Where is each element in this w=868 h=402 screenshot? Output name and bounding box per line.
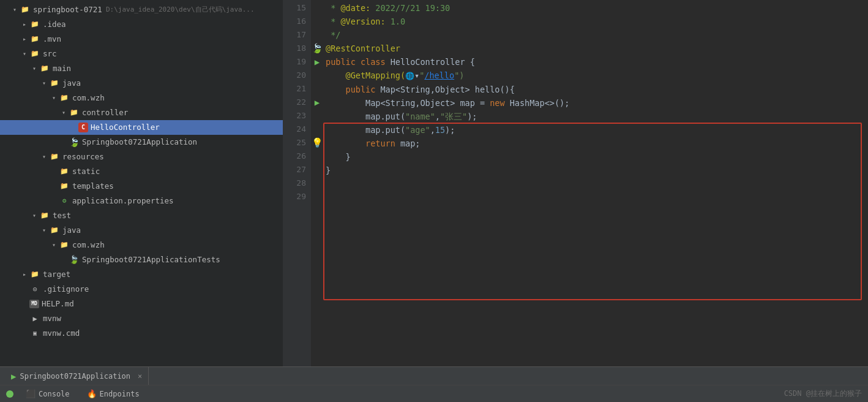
code-line-16: * @Version: 1.0 — [326, 15, 868, 28]
folder-icon: 📁 — [29, 34, 40, 45]
gutter-26 — [311, 150, 323, 163]
gutter-18: 🍃 — [311, 42, 323, 55]
run-tab[interactable]: ▶ Springboot0721Application × — [5, 367, 149, 385]
code-line-21: @GetMapping(🌐▾"/hello") — [326, 69, 868, 83]
sidebar-item-label: templates — [72, 180, 114, 192]
sidebar-item-help-md[interactable]: MD HELP.md — [0, 297, 283, 311]
folder-icon: 📁 — [59, 181, 70, 192]
gutter-19: ▶ — [311, 55, 323, 69]
sidebar-item-java-test[interactable]: 📁 java — [0, 223, 283, 238]
sidebar-item-application-properties[interactable]: ⚙ application.properties — [0, 194, 283, 208]
status-left: ⬛ Console 🔥 Endpoints — [6, 388, 144, 400]
sidebar-item-test[interactable]: 📁 test — [0, 208, 283, 223]
sidebar-item-resources[interactable]: 📁 resources — [0, 150, 283, 164]
sidebar-item-label: test — [53, 210, 71, 222]
test-source-root-icon: 📁 — [49, 225, 60, 236]
sidebar-item-label: mvnw — [43, 313, 61, 325]
arrow-icon — [29, 64, 39, 74]
cmd-icon: ▣ — [29, 328, 40, 339]
sidebar-item-main[interactable]: 📁 main — [0, 61, 283, 76]
sidebar-item-label: target — [43, 268, 70, 281]
sidebar-item-src[interactable]: 📁 src — [0, 47, 283, 61]
code-line-26: return map; — [326, 137, 868, 150]
sidebar-item-java-main[interactable]: 📁 java — [0, 76, 283, 91]
sidebar-item-springboot-0721[interactable]: 📁 springboot-0721 D:\java_idea_2020\dev\… — [0, 2, 283, 17]
sidebar-item-label: .gitignore — [43, 283, 89, 295]
springboot-test-icon: 🍃 — [69, 254, 80, 265]
springboot-icon: 🍃 — [69, 137, 80, 148]
run-tab-close[interactable]: × — [138, 372, 142, 381]
sidebar-item-com-wzh[interactable]: 📁 com.wzh — [0, 91, 283, 105]
sidebar-item-mvn[interactable]: 📁 .mvn — [0, 32, 283, 47]
md-icon: MD — [29, 300, 39, 308]
gutter-20 — [311, 69, 323, 82]
code-line-18: @RestController — [326, 42, 868, 55]
sidebar-item-springboot-tests[interactable]: 🍃 Springboot0721ApplicationTests — [0, 252, 283, 267]
gutter-27 — [311, 163, 323, 176]
code-content: * @date: 2022/7/21 19:30 * @Version: 1.0… — [323, 0, 868, 366]
sidebar-item-label: resources — [62, 151, 104, 163]
gutter-16 — [311, 15, 323, 28]
folder-icon: 📁 — [29, 19, 40, 30]
sidebar-item-templates[interactable]: 📁 templates — [0, 179, 283, 194]
gutter-23 — [311, 109, 323, 123]
resources-root-icon: 📁 — [49, 151, 60, 162]
arrow-icon — [39, 152, 49, 162]
sidebar-item-gitignore[interactable]: ⊙ .gitignore — [0, 282, 283, 297]
leaf-spacer — [69, 123, 78, 132]
sidebar-item-label: java — [62, 224, 81, 237]
console-label: Console — [39, 390, 70, 398]
arrow-icon — [20, 270, 29, 279]
console-tab[interactable]: ⬛ Console — [21, 388, 75, 400]
gutter-22: ▶ — [311, 96, 323, 109]
sidebar-item-label: application.properties — [72, 195, 174, 207]
sidebar-item-hello-controller[interactable]: C HelloController — [0, 120, 283, 135]
arrow-icon — [29, 211, 39, 221]
sidebar-item-target[interactable]: 📁 target — [0, 267, 283, 282]
sidebar-item-label: main — [53, 63, 71, 75]
leaf-spacer — [59, 255, 69, 265]
folder-icon: 📁 — [29, 48, 40, 59]
sidebar-item-label: Springboot0721Application — [82, 136, 197, 148]
endpoints-tab[interactable]: 🔥 Endpoints — [82, 388, 144, 400]
code-area: 15 16 17 18 19 20 21 22 23 24 25 26 27 2… — [283, 0, 868, 366]
code-line-15: * @date: 2022/7/21 19:30 — [326, 1, 868, 15]
arrow-icon — [20, 34, 29, 44]
code-line-28: } — [326, 164, 868, 177]
sidebar-item-label: HELP.md — [42, 298, 74, 310]
gutter-21 — [311, 82, 323, 96]
java-source-root-icon: 📁 — [49, 78, 60, 89]
line-numbers: 15 16 17 18 19 20 21 22 23 24 25 26 27 2… — [283, 0, 311, 366]
sidebar-item-mvnw[interactable]: ▶ mvnw — [0, 311, 283, 326]
bottom-run-bar: ▶ Springboot0721Application × — [0, 366, 868, 385]
endpoints-label: Endpoints — [100, 390, 140, 398]
folder-icon: 📁 — [39, 210, 50, 221]
sidebar-item-controller[interactable]: 📁 controller — [0, 105, 283, 120]
sidebar-item-label: mvnw.cmd — [43, 327, 80, 339]
endpoints-icon: 🔥 — [87, 389, 97, 398]
arrow-icon — [20, 20, 29, 29]
sidebar-content: 📁 springboot-0721 D:\java_idea_2020\dev\… — [0, 0, 283, 343]
arrow-icon — [39, 226, 49, 235]
sidebar-item-springboot-app[interactable]: 🍃 Springboot0721Application — [0, 135, 283, 150]
folder-icon: 📁 — [59, 166, 70, 177]
arrow-icon — [59, 108, 69, 118]
sidebar-item-com-wzh-test[interactable]: 📁 com.wzh — [0, 238, 283, 252]
leaf-spacer — [59, 137, 69, 147]
code-line-23: Map<String,Object> map = new HashMap<>()… — [326, 96, 868, 110]
status-attribution: CSDN @挂在树上的猴子 — [784, 389, 862, 399]
sidebar-item-label: .mvn — [43, 33, 61, 45]
sidebar-item-idea[interactable]: 📁 .idea — [0, 17, 283, 32]
code-line-25: map.put("age",15); — [326, 123, 868, 137]
sidebar-item-label: src — [43, 48, 57, 60]
sidebar-item-mvnw-cmd[interactable]: ▣ mvnw.cmd — [0, 326, 283, 341]
package-icon: 📁 — [59, 240, 70, 251]
main-area: 📁 springboot-0721 D:\java_idea_2020\dev\… — [0, 0, 868, 366]
sidebar-item-static[interactable]: 📁 static — [0, 164, 283, 179]
leaf-spacer — [20, 284, 29, 294]
arrow-icon — [49, 93, 59, 103]
sidebar-item-label: static — [72, 165, 100, 178]
leaf-spacer — [20, 299, 29, 309]
sidebar-item-label: com.wzh — [72, 239, 105, 251]
status-bar: ⬛ Console 🔥 Endpoints CSDN @挂在树上的猴子 — [0, 385, 868, 402]
